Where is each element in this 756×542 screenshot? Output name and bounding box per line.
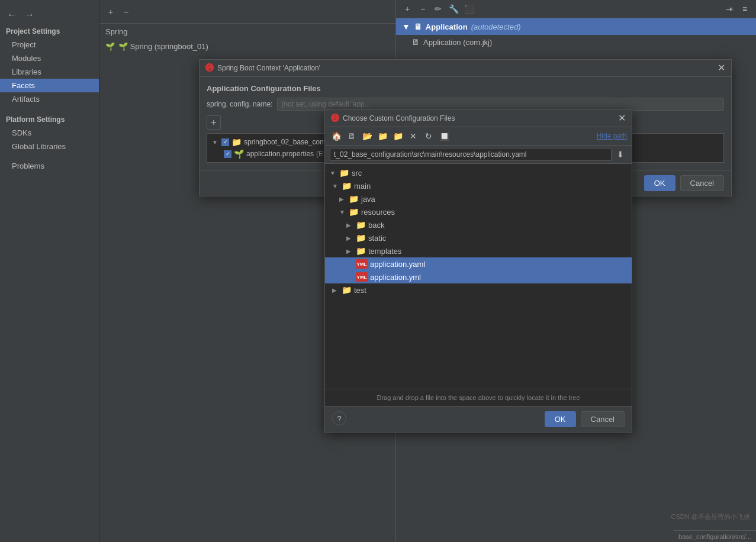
dialog-springboot-cancel[interactable]: Cancel — [680, 175, 724, 191]
folder-create-icon[interactable]: 📁 — [391, 130, 404, 143]
app-entry[interactable]: ▼ 🖥 Application (autodetected) — [396, 18, 756, 35]
align-icon[interactable]: ≡ — [738, 2, 751, 15]
path-bar: ⬇ — [325, 146, 632, 164]
label-test: test — [354, 286, 366, 295]
main-layout: ← → Project Settings Project Modules Lib… — [0, 0, 756, 542]
sidebar-item-sdks[interactable]: SDKs — [0, 126, 99, 140]
tree-test[interactable]: ▶ 📁 test — [325, 283, 632, 296]
tree-expand-arrow: ▼ — [212, 139, 219, 146]
tree-main[interactable]: ▼ 📁 main — [325, 179, 632, 192]
yaml-icon-1: YML — [356, 259, 368, 269]
sidebar-item-artifacts[interactable]: Artifacts — [0, 92, 99, 106]
dialog-springboot-ok[interactable]: OK — [644, 175, 675, 191]
delete-icon[interactable]: ✕ — [407, 130, 420, 143]
dialog-custom-ok[interactable]: OK — [545, 411, 576, 427]
arrow-down-icon: ▼ — [402, 22, 410, 31]
hide-path-btn[interactable]: Hide path — [597, 132, 627, 140]
label-app-yaml: application.yaml — [370, 260, 425, 269]
folder-templates-icon: 📁 — [356, 246, 366, 256]
sidebar-item-problems[interactable]: Problems — [0, 159, 99, 173]
edit-app-icon[interactable]: ✏ — [432, 2, 445, 15]
scroll-breadcrumb: base_configuration/src/... — [674, 530, 756, 542]
sidebar-item-facets[interactable]: Facets — [0, 79, 99, 92]
tree-src[interactable]: ▼ 📁 src — [325, 166, 632, 179]
tree-app-yml[interactable]: YML application.yml — [325, 270, 632, 283]
app-sub-label: Application (com.jkj) — [423, 38, 492, 47]
folder-static-icon: 📁 — [356, 233, 366, 243]
dialog-custom-title-left: 🅘 Choose Custom Configuration Files — [331, 114, 455, 123]
spring-entry-label: 🌱 Spring (springboot_01) — [118, 42, 208, 51]
tree-label-appprops: application.properties — [246, 150, 314, 158]
desktop-icon[interactable]: 🖥 — [345, 130, 358, 143]
dialog-custom-cancel[interactable]: Cancel — [581, 411, 625, 427]
tree-app-yaml[interactable]: YML application.yaml — [325, 257, 632, 270]
app-config-section-title: Application Configuration Files — [207, 84, 724, 93]
app-badge: (autodetected) — [471, 22, 521, 31]
spring-file-icon: 🌱 — [234, 149, 244, 159]
folder-test-icon: 📁 — [342, 285, 352, 295]
dialog-custom-titlebar: 🅘 Choose Custom Configuration Files ✕ — [325, 110, 632, 127]
forward-button[interactable]: → — [21, 8, 38, 21]
settings-app-icon[interactable]: 🔧 — [447, 2, 460, 15]
sidebar-divider — [0, 106, 99, 112]
arrow-templates: ▶ — [346, 248, 353, 254]
dialog-custom-close[interactable]: ✕ — [618, 114, 626, 123]
folder-resources-icon: 📁 — [349, 207, 359, 217]
arrow-src: ▼ — [330, 170, 337, 176]
sidebar-item-project[interactable]: Project — [0, 38, 99, 51]
arrow-back: ▶ — [346, 222, 353, 228]
label-templates: templates — [368, 247, 401, 256]
sidebar-item-global-libraries[interactable]: Global Libraries — [0, 140, 99, 153]
remove-app-icon[interactable]: − — [416, 2, 429, 15]
folder-new-icon[interactable]: 📁 — [376, 130, 389, 143]
app-sub-icon: 🖥 — [411, 37, 420, 47]
green-icon[interactable]: ⬛ — [462, 2, 475, 15]
folder-java-icon: 📁 — [349, 194, 359, 204]
app-sub-entry[interactable]: 🖥 Application (com.jkj) — [396, 35, 756, 49]
tree-static[interactable]: ▶ 📁 static — [325, 231, 632, 244]
add-app-icon[interactable]: + — [401, 2, 414, 15]
tree-checkbox-springboot[interactable]: ✓ — [221, 138, 229, 146]
back-button[interactable]: ← — [4, 8, 20, 21]
tree-back[interactable]: ▶ 📁 back — [325, 218, 632, 231]
label-main: main — [354, 182, 371, 191]
label-back: back — [368, 221, 384, 230]
remove-run-config-icon[interactable]: − — [120, 5, 133, 18]
folder-src-icon: 📁 — [339, 168, 349, 178]
sidebar-item-modules[interactable]: Modules — [0, 51, 99, 65]
config-row: spring. config. name: — [207, 98, 724, 111]
refresh-icon[interactable]: ↻ — [422, 130, 435, 143]
folder-back-icon: 📁 — [356, 220, 366, 230]
arrow-static: ▶ — [346, 235, 353, 241]
right-toolbar: + − ✏ 🔧 ⬛ ⇥ ≡ — [396, 0, 756, 18]
config-name-input[interactable] — [277, 98, 724, 111]
scroll-right-icon[interactable]: ⇥ — [723, 2, 736, 15]
project-settings-title: Project Settings — [0, 24, 99, 38]
intellij-icon-2: 🅘 — [331, 114, 339, 123]
label-src: src — [352, 169, 362, 178]
add-config-button[interactable]: + — [207, 115, 221, 130]
dialog-custom-title: Choose Custom Configuration Files — [343, 114, 455, 122]
path-input[interactable] — [330, 148, 612, 161]
tree-resources[interactable]: ▼ 📁 resources — [325, 205, 632, 218]
help-button[interactable]: ? — [332, 411, 346, 425]
home-icon[interactable]: 🏠 — [330, 130, 343, 143]
platform-settings-title: Platform Settings — [0, 112, 99, 126]
sidebar-item-libraries[interactable]: Libraries — [0, 65, 99, 79]
dialog-springboot-close[interactable]: ✕ — [718, 63, 725, 73]
arrow-java: ▶ — [339, 196, 346, 202]
leaf-icon: 🌱 — [105, 42, 115, 51]
dialog-springboot-titlebar: 🅘 Spring Boot Context 'Application' ✕ — [200, 60, 731, 77]
watermark: CSDN @不会压弯的小飞侠 — [671, 512, 750, 521]
tree-checkbox-appprops[interactable]: ✓ — [224, 150, 231, 158]
download-icon[interactable]: ⬇ — [614, 148, 627, 161]
content-area: + − Spring 🌱 🌱 Spring (springboot_01) + … — [99, 0, 756, 542]
label-resources: resources — [361, 208, 395, 217]
folder-open-icon[interactable]: 📂 — [361, 130, 374, 143]
tree-templates[interactable]: ▶ 📁 templates — [325, 244, 632, 257]
yaml-icon-2: YML — [356, 272, 368, 282]
tree-java[interactable]: ▶ 📁 java — [325, 192, 632, 205]
collapse-icon[interactable]: 🔲 — [437, 130, 451, 143]
add-run-config-icon[interactable]: + — [104, 5, 117, 18]
folder-main-icon: 📁 — [342, 181, 352, 191]
